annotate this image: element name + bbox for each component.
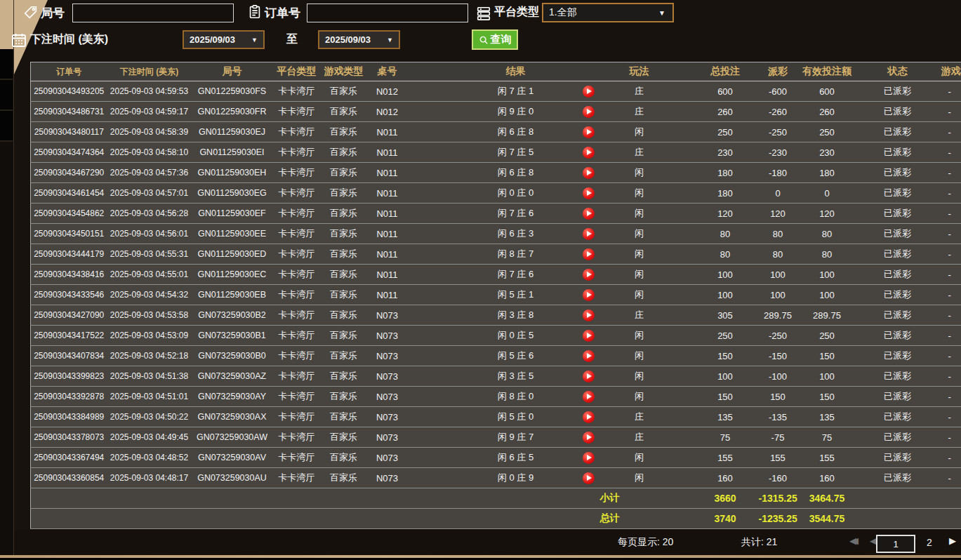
result-cell: 闲 7 庄 6: [408, 265, 559, 285]
table-cell: N011: [367, 163, 408, 183]
play-type-cell: 闲: [618, 326, 661, 346]
header-total-bet: 总投注: [692, 62, 759, 81]
result-replay-cell: [559, 244, 618, 265]
query-button-label: 查询: [491, 33, 512, 46]
table-cell: N073: [367, 407, 408, 427]
first-page-icon[interactable]: ◀◀: [849, 535, 859, 546]
play-replay-icon[interactable]: [583, 187, 595, 199]
play-replay-icon[interactable]: [583, 350, 595, 362]
payout-cell: -135: [759, 407, 797, 427]
play-replay-icon[interactable]: [583, 391, 595, 403]
play-replay-icon[interactable]: [583, 330, 595, 342]
play-type-cell: 庄: [618, 427, 661, 448]
play-replay-icon[interactable]: [583, 309, 595, 321]
date-from-select[interactable]: 2025/09/03 ▼: [183, 30, 265, 49]
per-page-label: 每页显示: 20: [618, 536, 673, 549]
result-cell: 闲 6 庄 3: [408, 224, 559, 244]
play-replay-icon[interactable]: [583, 86, 595, 98]
payout-cell: 120: [759, 204, 797, 224]
order-cell: 250903043444179: [31, 244, 107, 265]
play-replay-icon[interactable]: [583, 228, 595, 240]
play-replay-icon[interactable]: [583, 106, 595, 118]
total-bet-cell: 230: [692, 142, 759, 163]
calendar-icon: [11, 32, 27, 48]
round-cell: GN012259030FS: [192, 81, 273, 102]
play-replay-icon[interactable]: [583, 472, 595, 484]
query-button[interactable]: 查询: [472, 29, 518, 50]
result-replay-cell: [559, 387, 618, 407]
table-cell: N073: [367, 326, 408, 346]
play-triangle: [587, 455, 592, 460]
game-mode-cell: -: [939, 285, 961, 305]
platform-cell: 卡卡湾厅: [273, 366, 321, 387]
play-type-cell: 闲: [618, 468, 661, 488]
result-replay-cell: [559, 326, 618, 346]
platform-cell: 卡卡湾厅: [273, 224, 321, 244]
play-replay-icon[interactable]: [583, 208, 595, 220]
date-to-select[interactable]: 2025/09/03 ▼: [318, 30, 400, 49]
play-replay-icon[interactable]: [583, 371, 595, 382]
record-row: 2509030434614542025-09-03 04:57:01GN0112…: [31, 183, 961, 204]
round-input[interactable]: [72, 4, 234, 22]
play-triangle: [587, 353, 592, 359]
header-bet-time: 下注时间 (美东): [107, 62, 192, 81]
time-cell: 2025-09-03 04:59:17: [107, 102, 192, 122]
record-row: 2509030434867312025-09-03 04:59:17GN0122…: [31, 102, 961, 122]
game-mode-cell: -: [939, 163, 961, 183]
header-table-no: 桌号: [367, 62, 408, 81]
record-row: 2509030434548622025-09-03 04:56:28GN0112…: [31, 204, 961, 224]
header-order-no: 订单号: [31, 62, 107, 81]
payout-cell: -160: [759, 468, 797, 488]
spacer-cell: [661, 346, 692, 366]
table-cell: N012: [367, 81, 408, 102]
server-stack-icon: [476, 6, 491, 21]
payout-cell: -150: [759, 346, 797, 366]
play-replay-icon[interactable]: [583, 452, 595, 464]
game-mode-cell: -: [939, 224, 961, 244]
spacer-cell: [661, 285, 692, 305]
valid-bet-cell: 289.75: [797, 305, 857, 326]
play-type-cell: 闲: [618, 366, 661, 387]
result-cell: 闲 9 庄 0: [408, 102, 559, 122]
play-triangle: [587, 414, 592, 420]
play-replay-icon[interactable]: [583, 167, 595, 179]
subtotal-row: 小计3660-1315.253464.75: [31, 488, 961, 509]
record-row: 2509030433928782025-09-03 04:51:01GN0732…: [31, 387, 961, 407]
play-triangle: [587, 434, 592, 440]
status-cell: 已派彩: [857, 183, 939, 204]
page-number-input[interactable]: [876, 535, 915, 553]
play-type-cell: 闲: [618, 346, 661, 366]
platform-select[interactable]: 1.全部 ▼: [542, 3, 674, 22]
order-input[interactable]: [307, 4, 468, 22]
play-replay-icon[interactable]: [583, 126, 595, 138]
game-mode-cell: -: [939, 366, 961, 387]
total-bet-cell: 180: [692, 163, 759, 183]
platform-cell: 卡卡湾厅: [273, 244, 321, 265]
platform-cell: 卡卡湾厅: [273, 163, 321, 183]
play-replay-icon[interactable]: [583, 411, 595, 423]
play-replay-icon[interactable]: [583, 289, 595, 301]
time-cell: 2025-09-03 04:48:17: [107, 468, 192, 488]
subtotal-row-payout: -1315.25: [759, 488, 797, 509]
record-row: 2509030433608542025-09-03 04:48:17GN0732…: [31, 468, 961, 488]
game-mode-cell: -: [939, 122, 961, 142]
result-cell: 闲 7 庄 1: [408, 81, 559, 102]
play-replay-icon[interactable]: [583, 432, 595, 444]
next-page-icon[interactable]: ▶: [949, 535, 956, 546]
grand-total-row-label: 总计: [559, 509, 661, 529]
clipboard-icon: [247, 4, 263, 20]
payout-cell: -600: [759, 81, 797, 102]
result-replay-cell: [559, 305, 618, 326]
platform-cell: 卡卡湾厅: [273, 204, 321, 224]
round-cell: GN011259030EG: [192, 183, 273, 204]
bet-time-filter-label: 下注时间 (美东): [30, 32, 108, 47]
play-type-cell: 庄: [618, 305, 661, 326]
table-cell: N073: [367, 366, 408, 387]
play-replay-icon[interactable]: [583, 269, 595, 281]
platform-cell: 卡卡湾厅: [273, 265, 321, 285]
total-bet-cell: 120: [692, 204, 759, 224]
status-cell: 已派彩: [857, 102, 939, 122]
play-replay-icon[interactable]: [583, 147, 595, 159]
play-replay-icon[interactable]: [583, 248, 595, 260]
spacer-cell: [661, 81, 692, 102]
